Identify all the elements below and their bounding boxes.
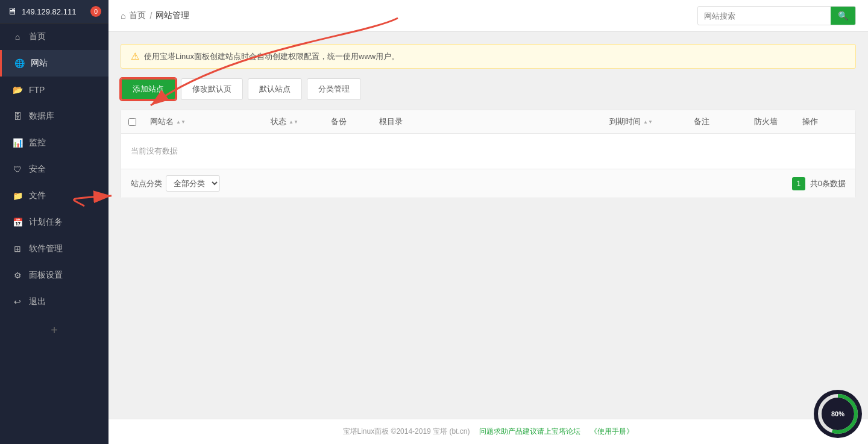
notification-badge: 0 xyxy=(90,6,101,17)
server-ip: 149.129.82.111 xyxy=(22,7,86,16)
warning-text: 使用宝塔Linux面板创建站点时会自动创建权限配置，统一使用www用户。 xyxy=(144,51,399,62)
content-area: ⌂ 首页 / 网站管理 🔍 ⚠ 使用宝塔Linux面板创建站点时会自动创建权限配… xyxy=(108,0,868,444)
sidebar: 🖥 149.129.82.111 0 ⌂ 首页 🌐 网站 📂 FTP 🗄 数据库 xyxy=(0,0,108,444)
search-input[interactable] xyxy=(698,8,831,24)
sort-icon-status: ▲▼ xyxy=(289,119,298,125)
category-select-wrapper: 站点分类 全部分类 xyxy=(131,175,220,192)
sort-icon-expiry: ▲▼ xyxy=(643,119,653,125)
default-site-button[interactable]: 默认站点 xyxy=(248,78,302,100)
col-expiry: 到期时间 ▲▼ xyxy=(602,116,687,127)
category-label: 站点分类 xyxy=(131,178,162,189)
gear-icon: ⚙ xyxy=(12,270,23,281)
sidebar-item-settings[interactable]: ⚙ 面板设置 xyxy=(0,262,108,289)
sidebar-header: 🖥 149.129.82.111 0 xyxy=(0,0,108,23)
monitor-icon: 🖥 xyxy=(7,6,17,17)
category-select[interactable]: 全部分类 xyxy=(166,175,220,192)
nav-label-software: 软件管理 xyxy=(29,243,63,254)
sidebar-item-logout[interactable]: ↩ 退出 xyxy=(0,289,108,315)
nav-label-ftp: FTP xyxy=(29,85,45,95)
total-count: 共0条数据 xyxy=(810,178,846,189)
nav-label-home: 首页 xyxy=(29,31,46,42)
breadcrumb-current: 网站管理 xyxy=(156,10,189,21)
home-icon: ⌂ xyxy=(12,31,23,42)
empty-text: 当前没有数据 xyxy=(131,146,178,155)
col-checkbox xyxy=(121,118,143,126)
sidebar-item-tasks[interactable]: 📅 计划任务 xyxy=(0,209,108,236)
table-empty: 当前没有数据 xyxy=(121,134,855,169)
breadcrumb-home[interactable]: 首页 xyxy=(129,10,146,21)
col-backup: 备份 xyxy=(324,116,372,127)
topbar: ⌂ 首页 / 网站管理 🔍 xyxy=(108,0,868,32)
search-button[interactable]: 🔍 xyxy=(831,7,855,25)
shield-icon: 🛡 xyxy=(12,164,23,175)
gauge-widget: 80% ↑ 0.7k/s ↓ 1.6k/s xyxy=(814,390,862,438)
add-site-button[interactable]: 添加站点 xyxy=(121,78,176,100)
gauge-circle-wrapper: 80% ↑ 0.7k/s ↓ 1.6k/s xyxy=(817,393,859,435)
nav-label-files: 文件 xyxy=(29,190,46,201)
nav-label-settings: 面板设置 xyxy=(29,270,63,281)
exit-icon: ↩ xyxy=(12,296,23,307)
page-content: ⚠ 使用宝塔Linux面板创建站点时会自动创建权限配置，统一使用www用户。 添… xyxy=(108,32,868,419)
col-remark: 备注 xyxy=(687,116,747,127)
warning-bar: ⚠ 使用宝塔Linux面板创建站点时会自动创建权限配置，统一使用www用户。 xyxy=(121,44,856,69)
category-mgmt-button[interactable]: 分类管理 xyxy=(307,78,361,100)
table-wrapper: 网站名 ▲▼ 状态 ▲▼ 备份 根目录 xyxy=(121,110,856,198)
pagination: 1 共0条数据 xyxy=(792,177,846,190)
page-footer: 宝塔Linux面板 ©2014-2019 宝塔 (bt.cn) 问题求助产品建议… xyxy=(108,419,868,444)
sidebar-item-ftp[interactable]: 📂 FTP xyxy=(0,77,108,103)
breadcrumb-separator: / xyxy=(149,11,152,20)
sidebar-item-files[interactable]: 📁 文件 xyxy=(0,183,108,209)
col-rootdir: 根目录 xyxy=(372,116,602,127)
nav-label-logout: 退出 xyxy=(29,296,46,307)
sidebar-item-home[interactable]: ⌂ 首页 xyxy=(0,23,108,50)
calendar-icon: 📅 xyxy=(12,217,23,228)
nav-label-monitor: 监控 xyxy=(29,137,46,148)
breadcrumb: ⌂ 首页 / 网站管理 xyxy=(121,10,697,21)
home-icon: ⌂ xyxy=(121,11,125,20)
ftp-icon: 📂 xyxy=(12,84,23,95)
col-firewall: 防火墙 xyxy=(747,116,795,127)
footer-copyright: 宝塔Linux面板 ©2014-2019 宝塔 (bt.cn) xyxy=(343,427,470,437)
table-footer: 站点分类 全部分类 1 共0条数据 xyxy=(121,169,855,198)
sort-icon: ▲▼ xyxy=(176,119,186,125)
monitor-nav-icon: 📊 xyxy=(12,137,23,148)
folder-icon: 📁 xyxy=(12,190,23,201)
page-number[interactable]: 1 xyxy=(792,177,805,190)
nav-label-database: 数据库 xyxy=(29,111,54,122)
sidebar-item-website[interactable]: 🌐 网站 xyxy=(0,50,108,77)
sidebar-item-security[interactable]: 🛡 安全 xyxy=(0,156,108,183)
col-sitename: 网站名 ▲▼ xyxy=(143,116,263,127)
table-header: 网站名 ▲▼ 状态 ▲▼ 备份 根目录 xyxy=(121,110,855,134)
apps-icon: ⊞ xyxy=(12,243,23,254)
nav-label-website: 网站 xyxy=(31,58,48,69)
footer-help-link[interactable]: 问题求助产品建议请上宝塔论坛 xyxy=(479,427,580,437)
globe-icon: 🌐 xyxy=(14,58,25,69)
sidebar-add-button[interactable]: + xyxy=(0,315,108,346)
nav-label-security: 安全 xyxy=(29,164,46,175)
sidebar-item-software[interactable]: ⊞ 软件管理 xyxy=(0,236,108,262)
warning-icon: ⚠ xyxy=(131,51,139,62)
select-all-checkbox[interactable] xyxy=(128,118,136,126)
sidebar-item-monitor[interactable]: 📊 监控 xyxy=(0,130,108,156)
search-box: 🔍 xyxy=(697,6,856,25)
col-status: 状态 ▲▼ xyxy=(263,116,324,127)
sidebar-item-database[interactable]: 🗄 数据库 xyxy=(0,103,108,130)
plus-icon: + xyxy=(51,324,58,337)
col-action: 操作 xyxy=(795,116,855,127)
action-bar: 添加站点 修改默认页 默认站点 分类管理 xyxy=(121,78,856,100)
database-icon: 🗄 xyxy=(12,111,23,122)
nav-label-tasks: 计划任务 xyxy=(29,217,63,228)
modify-default-button[interactable]: 修改默认页 xyxy=(181,78,243,100)
footer-manual-link[interactable]: 《使用手册》 xyxy=(590,427,634,437)
gauge-percent: 80% xyxy=(831,410,844,417)
